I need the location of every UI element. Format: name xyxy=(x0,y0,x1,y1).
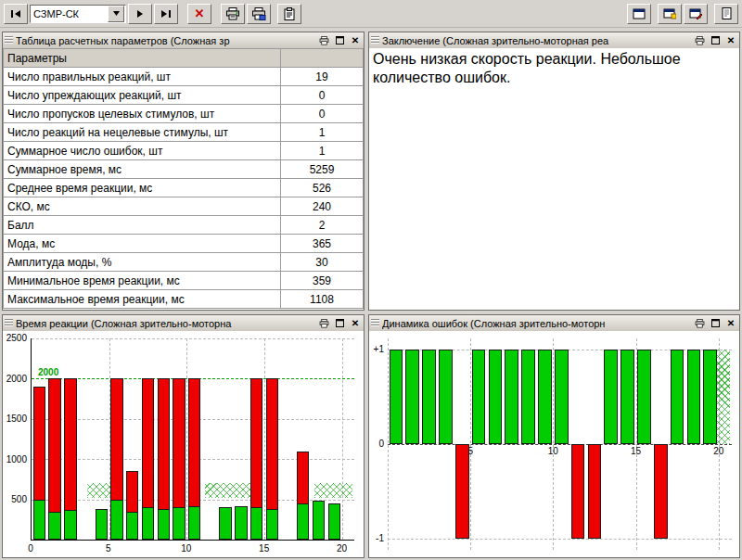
reaction-titlebar[interactable]: Время реакции (Сложная зрительно-моторна… xyxy=(3,315,364,332)
report-button[interactable] xyxy=(277,4,301,24)
zero-axis xyxy=(388,444,732,445)
print-icon[interactable] xyxy=(693,34,706,46)
error-bar xyxy=(571,444,585,539)
param-label: Максимальное время реакции, мс xyxy=(4,290,281,309)
x-tick-label: 10 xyxy=(544,446,561,456)
param-row[interactable]: Среднее время реакции, мс526 xyxy=(4,179,364,197)
param-row[interactable]: Балл2 xyxy=(4,216,364,235)
reaction-bar xyxy=(173,507,185,540)
first-record-button[interactable] xyxy=(4,4,28,24)
error-bar xyxy=(620,350,634,444)
x-tick-label: 10 xyxy=(178,543,195,554)
param-label: Амплитуда моды, % xyxy=(4,253,281,272)
param-row[interactable]: Число реакций на нецелевые стимулы, шт1 xyxy=(4,123,364,142)
maximize-icon[interactable] xyxy=(333,317,346,329)
param-value: 2 xyxy=(281,216,364,235)
x-tick-label: 15 xyxy=(256,543,273,554)
reaction-bar xyxy=(158,509,170,540)
param-value: 30 xyxy=(281,253,364,272)
params-col-header[interactable]: Параметры xyxy=(4,49,281,68)
grip-icon[interactable] xyxy=(5,319,13,327)
param-row[interactable]: Максимальное время реакции, мс1108 xyxy=(4,290,364,309)
reaction-bar xyxy=(126,512,138,540)
params-panel: Таблица расчетных параметров (Сложная зр… xyxy=(2,32,365,311)
param-row[interactable]: Суммарное число ошибок, шт1 xyxy=(4,142,364,160)
param-value: 19 xyxy=(281,68,364,86)
params-header-row: Параметры xyxy=(4,49,364,68)
param-value: 0 xyxy=(281,105,364,123)
grip-icon[interactable] xyxy=(371,36,379,45)
error-bar xyxy=(489,350,503,444)
y-tick-label: +1 xyxy=(374,345,384,354)
chevron-down-icon[interactable] xyxy=(108,6,124,22)
param-label: Суммарное число ошибок, шт xyxy=(4,142,281,160)
gridline-h xyxy=(32,338,354,339)
params-value-col-header[interactable] xyxy=(281,49,364,68)
delete-icon: ✕ xyxy=(195,7,205,19)
print-settings-button[interactable] xyxy=(247,4,271,24)
grip-icon[interactable] xyxy=(5,36,13,45)
param-row[interactable]: Амплитуда моды, %30 xyxy=(4,253,364,272)
last-record-button[interactable] xyxy=(154,4,178,24)
param-row[interactable]: Минимальное время реакции, мс359 xyxy=(4,272,364,290)
reaction-bar xyxy=(250,507,262,540)
conclusion-titlebar[interactable]: Заключение (Сложная зрительно-моторная р… xyxy=(369,32,739,49)
add-test-window-button[interactable] xyxy=(684,4,708,24)
param-row[interactable]: Число упреждающих реакций, шт0 xyxy=(4,86,364,105)
reaction-xlabels: 05101520 xyxy=(31,543,354,555)
maximize-icon[interactable] xyxy=(333,34,346,46)
y-tick-label: -1 xyxy=(376,534,384,543)
print-button[interactable] xyxy=(221,4,245,24)
error-bar xyxy=(439,350,453,444)
first-record-icon xyxy=(10,9,21,19)
delete-record-button[interactable]: ✕ xyxy=(187,4,211,24)
print-icon[interactable] xyxy=(317,317,330,329)
params-table: Параметры Число правильных реакций, шт19… xyxy=(3,48,364,309)
close-icon[interactable]: ✕ xyxy=(349,34,362,46)
param-value: 526 xyxy=(281,179,364,197)
param-label: Среднее время реакции, мс xyxy=(4,179,281,197)
reaction-bar xyxy=(235,506,247,540)
x-tick-label: 0 xyxy=(22,543,39,554)
maximize-icon[interactable] xyxy=(709,34,722,46)
close-icon[interactable]: ✕ xyxy=(724,317,737,329)
param-row[interactable]: Мода, мс365 xyxy=(4,235,364,253)
param-value: 1108 xyxy=(281,290,364,309)
print-icon[interactable] xyxy=(693,317,706,329)
print-icon[interactable] xyxy=(317,34,330,46)
main-toolbar: СЗМР-СК ✕ xyxy=(0,0,742,28)
param-row[interactable]: СКО, мс240 xyxy=(4,197,364,216)
param-value: 359 xyxy=(281,272,364,290)
mode-zone-hatch xyxy=(314,483,353,498)
error-bar xyxy=(671,350,684,444)
param-label: Число пропусков целевых стимулов, шт xyxy=(4,105,281,123)
close-icon[interactable]: ✕ xyxy=(349,317,362,329)
param-label: Суммарное время, мс xyxy=(4,160,281,179)
reaction-bar xyxy=(96,509,108,540)
conclusion-body: Очень низкая скорость реакции. Небольшое… xyxy=(369,48,739,310)
printer-settings-icon xyxy=(251,7,266,20)
maximize-icon[interactable] xyxy=(709,317,722,329)
reaction-panel-title: Время реакции (Сложная зрительно-моторна xyxy=(16,318,314,329)
errors-titlebar[interactable]: Динамика ошибок (Сложная зрительно-мотор… xyxy=(369,315,739,332)
add-exam-window-button[interactable] xyxy=(658,4,682,24)
document-icon xyxy=(722,7,732,19)
y-tick-label: 0 xyxy=(378,439,384,449)
params-titlebar[interactable]: Таблица расчетных параметров (Сложная зр… xyxy=(3,32,364,49)
error-bar xyxy=(521,350,535,444)
tile-windows-button[interactable] xyxy=(627,4,651,24)
reaction-bar xyxy=(297,503,309,540)
reaction-chart-body: 5001000150020002500 2000 05101520 xyxy=(3,331,364,557)
close-icon[interactable]: ✕ xyxy=(724,34,737,46)
x-tick-label: 5 xyxy=(100,543,117,554)
test-select-combo[interactable]: СЗМР-СК xyxy=(30,5,126,23)
error-bar xyxy=(505,350,518,444)
y-tick-label: 1000 xyxy=(6,455,27,465)
protocol-button[interactable] xyxy=(714,4,738,24)
param-label: Минимальное время реакции, мс xyxy=(4,272,281,290)
param-row[interactable]: Суммарное время, мс5259 xyxy=(4,160,364,179)
param-row[interactable]: Число правильных реакций, шт19 xyxy=(4,68,364,86)
param-row[interactable]: Число пропусков целевых стимулов, шт0 xyxy=(4,105,364,123)
next-record-button[interactable] xyxy=(128,4,152,24)
grip-icon[interactable] xyxy=(371,319,379,327)
